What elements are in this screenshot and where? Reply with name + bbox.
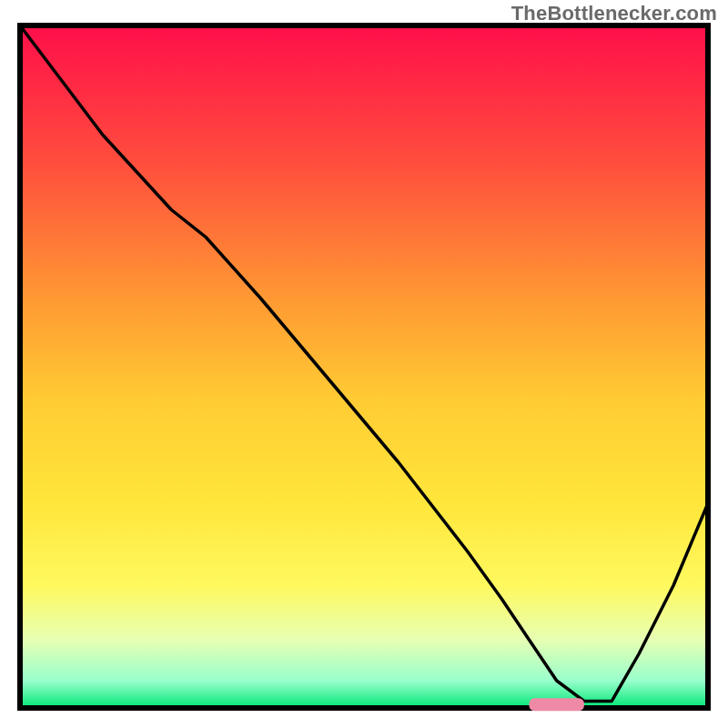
bottleneck-chart — [0, 0, 728, 728]
optimal-marker — [529, 698, 583, 711]
plot-background — [20, 25, 708, 708]
chart-root: TheBottlenecker.com — [0, 0, 728, 728]
watermark-text: TheBottlenecker.com — [511, 2, 717, 25]
